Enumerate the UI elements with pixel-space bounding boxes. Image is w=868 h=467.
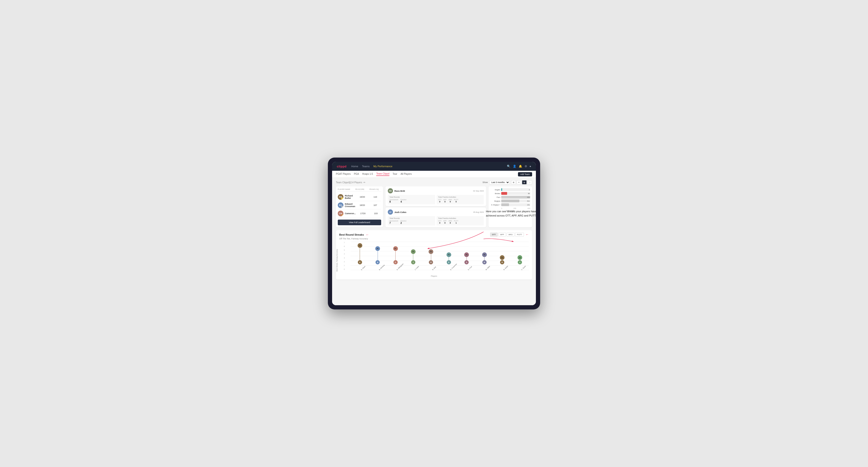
card-header: RB Rees Britt 02 Sep 2023 [388, 188, 484, 193]
col-pb-score: PB SCORE [355, 188, 369, 190]
sub-nav-hcaps[interactable]: Hcaps 1-5 [362, 173, 373, 176]
table-row[interactable]: RB 1 Richard Butler 19/20 110 [338, 193, 381, 201]
card-name: Rees Britt [394, 190, 405, 192]
card-header: JC Josh Coles 26 Aug 2023 [388, 210, 484, 215]
bar-fill-bogeys [501, 199, 519, 203]
table-row[interactable]: EC 2 Edward Crossman 18/20 107 [338, 201, 381, 210]
bar-label-pars: Pars [490, 196, 500, 198]
player-info: RB 1 Richard Butler [338, 194, 355, 200]
sub-nav-pgat[interactable]: PGAT Players [336, 173, 350, 176]
arg-button[interactable]: ARG [507, 232, 515, 237]
streak-columns: 7x E E. Ebert 6x B B. McHarg 6x D [351, 242, 529, 270]
streaks-section: Best Round Streaks ← OTT APP ARG PUTT ← [336, 230, 532, 280]
bar-value-dbogeys: 131 [527, 204, 530, 206]
card-view-button[interactable]: ▤ [522, 180, 527, 184]
avatar: EC 2 [338, 203, 343, 208]
sub-nav-team-clippd[interactable]: Team Clippd [376, 173, 390, 176]
streaks-arrow-icon: ← [366, 233, 369, 237]
sub-nav-pga[interactable]: PGA [354, 173, 359, 176]
bar-fill-dbogeys [501, 203, 509, 206]
search-icon[interactable]: 🔍 [507, 165, 510, 168]
bar-label-dbogeys: D. Bogeys + [490, 204, 500, 206]
player-card: JC Josh Coles 26 Aug 2023 Total Rounds [385, 208, 486, 227]
bar-value-birdies: 96 [528, 193, 530, 194]
add-team-button[interactable]: Add Team [518, 172, 532, 177]
ott-button[interactable]: OTT [490, 232, 498, 237]
avatar-icon[interactable]: ● [530, 165, 531, 168]
grid-view-button[interactable]: ⊞ [511, 180, 516, 184]
show-select[interactable]: Last 3 months [489, 180, 510, 184]
axis-200: 200 [514, 208, 516, 209]
col-player-name: PLAYER NAME [338, 188, 355, 190]
bar-fill-pars [501, 196, 530, 198]
player-cards-panel: RB Rees Britt 02 Sep 2023 Total Rounds [385, 186, 486, 227]
stats-group-practice: Total Practice Activities OTT 0 APP [437, 216, 484, 225]
card-avatar: JC [388, 210, 393, 215]
show-controls: Show Last 3 months ⊞ ≡ ▤ ↕ [483, 180, 532, 184]
chart-bars: Eagles 3 Birdies 96 [490, 188, 530, 206]
list-view-button[interactable]: ≡ [517, 180, 521, 184]
player-name: Cameron... [345, 212, 356, 215]
bar-value-eagles: 3 [529, 189, 530, 191]
x-axis-label: Players [431, 275, 437, 277]
putt-button[interactable]: PUTT [515, 232, 524, 237]
sub-nav-tour[interactable]: Tour [393, 173, 397, 176]
card-stats: Total Rounds Tournament 7 Practice [388, 216, 484, 225]
stat-tournament: Tournament 7 [390, 220, 398, 224]
y-axis-label: Best Streak, Fairway Accuracy [336, 249, 338, 272]
col-pb-avg: PB AVG SQ [369, 188, 381, 190]
chart-bar-row-eagles: Eagles 3 [490, 188, 530, 191]
streaks-header: Best Round Streaks ← OTT APP ARG PUTT ← [339, 232, 529, 237]
nav-home[interactable]: Home [351, 165, 358, 168]
sub-stat-putt: PUTT 1 [454, 220, 458, 224]
annotation-text: Here you can see streaks your players ha… [486, 210, 542, 218]
card-date: 26 Aug 2023 [473, 211, 484, 213]
card-player-info: JC Josh Coles [388, 210, 406, 215]
card-name: Josh Coles [394, 211, 406, 214]
chart-bar-row-birdies: Birdies 96 [490, 192, 530, 195]
stats-group-rounds: Total Rounds Tournament 8 Practice [388, 195, 435, 204]
stats-title: Total Rounds [390, 196, 434, 198]
stat-practice: Practice 4 [401, 199, 406, 203]
app-button[interactable]: APP [498, 232, 506, 237]
bar-track-birdies: 96 [501, 192, 530, 195]
sub-nav: PGAT Players PGA Hcaps 1-5 Team Clippd T… [332, 171, 536, 178]
card-avatar: RB [388, 188, 393, 193]
stats-group-practice: Total Practice Activities OTT 0 APP [437, 195, 484, 204]
rank-badge: 3 [341, 214, 343, 216]
team-title: Team Clippd | 14 Players [336, 181, 362, 184]
table-row[interactable]: CM 3 Cameron... 17/20 103 [338, 210, 381, 218]
y-axis: 0 1 2 3 4 5 6 7 [344, 242, 350, 270]
pb-score: 19/20 [355, 196, 369, 198]
chart-bar-row-pars: Pars 499 [490, 196, 530, 198]
show-label: Show [483, 181, 488, 184]
sub-stat-ott: OTT 0 [438, 220, 441, 224]
streaks-chart-container: Best Streak, Fairway Accuracy 0 1 2 3 4 … [339, 242, 529, 277]
streak-player-col: 3x R R. Butler [493, 242, 511, 270]
axis-400: 400 [527, 208, 530, 209]
user-icon[interactable]: 👤 [513, 165, 516, 168]
sub-stat-arg: ARG 0 [448, 220, 452, 224]
nav-my-performance[interactable]: My Performance [373, 165, 393, 168]
pb-avg: 107 [369, 204, 381, 206]
streak-player-col: 5x J J. Coles [404, 242, 422, 270]
stat-tournament: Tournament 8 [390, 199, 398, 203]
detail-view-button[interactable]: ↕ [527, 180, 532, 184]
bar-label-bogeys: Bogeys [490, 200, 500, 202]
sub-nav-all-players[interactable]: All Players [401, 173, 412, 176]
edit-icon[interactable]: ✏ [364, 181, 365, 184]
player-info: EC 2 Edward Crossman [338, 203, 355, 208]
stats-title-practice: Total Practice Activities [438, 217, 483, 219]
stats-group-rounds: Total Rounds Tournament 7 Practice [388, 216, 435, 225]
stats-title-practice: Total Practice Activities [438, 196, 483, 198]
pb-score: 17/20 [356, 212, 370, 215]
logo: clippd [337, 165, 346, 168]
axis-labels: 0 200 400 [501, 208, 530, 209]
chart-panel: Eagles 3 Birdies 96 [489, 186, 532, 227]
settings-icon[interactable]: ⚙ [525, 165, 527, 168]
bar-fill-birdies [501, 192, 507, 195]
view-full-leaderboard-button[interactable]: View Full Leaderboard [338, 220, 381, 225]
bell-icon[interactable]: 🔔 [519, 165, 522, 168]
nav-teams[interactable]: Teams [362, 165, 370, 168]
stat-practice: Practice 2 [401, 220, 406, 224]
